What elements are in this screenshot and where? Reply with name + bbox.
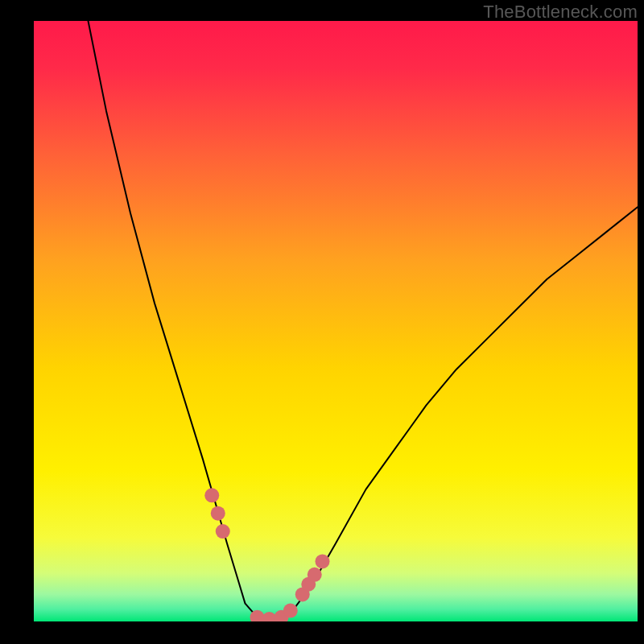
chart-frame: TheBottleneck.com <box>0 0 644 644</box>
chart-svg <box>34 21 638 621</box>
plot-area <box>34 21 638 621</box>
gradient-bg <box>34 21 638 621</box>
marker-dot <box>211 506 225 521</box>
marker-dot <box>283 604 298 618</box>
marker-dot <box>308 568 322 582</box>
marker-dot <box>204 488 219 502</box>
marker-dot <box>316 554 330 568</box>
marker-dot <box>216 524 230 539</box>
watermark-text: TheBottleneck.com <box>483 2 638 23</box>
